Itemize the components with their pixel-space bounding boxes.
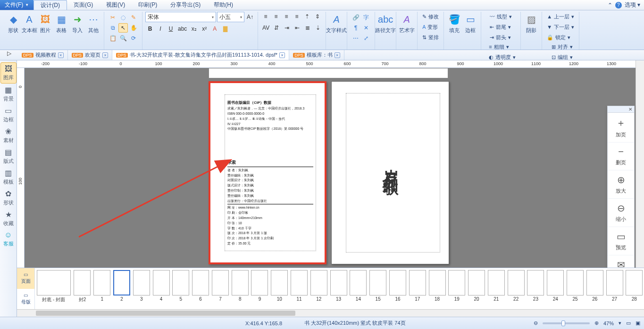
list-icon[interactable]: ≣ xyxy=(303,23,312,33)
align-justify-icon[interactable]: ≡ xyxy=(292,12,301,21)
artword-button[interactable]: A艺术字 xyxy=(399,12,414,35)
transform-button[interactable]: A 变形 xyxy=(420,22,441,32)
italic-button[interactable]: I xyxy=(156,24,165,34)
copy-icon[interactable]: ⧉ xyxy=(108,23,117,33)
indent-icon[interactable]: ⇥ xyxy=(282,23,292,33)
lineweight-button[interactable]: ≡ 粗细 ▾ xyxy=(487,42,518,51)
float-item[interactable]: ⊕放大 xyxy=(608,170,634,199)
strike-button[interactable]: abc xyxy=(176,24,188,34)
sidebar-item[interactable]: ▤版式 xyxy=(0,146,17,167)
thumb-tab-master[interactable]: ▭母版 xyxy=(17,289,34,310)
float-item[interactable]: −删页 xyxy=(608,143,634,170)
zoom-value[interactable]: 47% xyxy=(603,321,614,326)
thumbnail[interactable]: 26 xyxy=(585,270,604,307)
thumbnail[interactable]: 3 xyxy=(132,270,151,307)
valign-top-icon[interactable]: ⇡ xyxy=(302,12,312,21)
thumbnail[interactable]: 16 xyxy=(388,270,407,307)
rotate-icon[interactable]: ⟳ xyxy=(129,34,138,43)
sidebar-item[interactable]: ▦背景 xyxy=(0,84,17,104)
sidebar-item[interactable]: ▥模板 xyxy=(0,167,17,187)
thumbnail[interactable]: 21 xyxy=(487,270,506,307)
shadow-button[interactable]: ▨阴影 xyxy=(524,12,539,35)
thumbnail[interactable]: 6 xyxy=(191,270,210,307)
close-tab-icon[interactable]: × xyxy=(58,52,64,58)
sidebar-item[interactable]: 🖼图库 xyxy=(0,62,17,84)
arrowhead-button[interactable]: ⇥ 箭头 ▾ xyxy=(488,33,514,42)
tab-scroll-icon[interactable]: ▷ xyxy=(3,50,15,57)
sidebar-item[interactable]: ☺客服 xyxy=(0,229,17,249)
menu-tab-page[interactable]: 页面(G) xyxy=(67,0,100,10)
hand-icon[interactable]: ✋ xyxy=(129,23,138,33)
fill-button[interactable]: 🪣填充 xyxy=(447,12,462,35)
thumbnail[interactable]: 7 xyxy=(211,270,230,307)
vertical-button[interactable]: ⇅ 竖排 xyxy=(420,33,441,42)
menu-tab-help[interactable]: 帮助(H) xyxy=(207,0,240,10)
textbox-button[interactable]: A文本框 xyxy=(22,12,37,35)
doc-tab[interactable]: DPS欢迎页× xyxy=(68,50,113,60)
menu-tab-design[interactable]: 设计(D) xyxy=(33,0,67,10)
doc-tab[interactable]: DPS模板库：书× xyxy=(289,50,344,60)
other-button[interactable]: ⋯其他 xyxy=(86,12,101,35)
horizontal-scrollbar[interactable] xyxy=(17,309,644,317)
thumbnail[interactable]: 15 xyxy=(368,270,387,307)
close-tab-icon[interactable]: × xyxy=(335,52,340,58)
thumbnail[interactable]: 20 xyxy=(467,270,486,307)
pointer-icon[interactable]: ↖ xyxy=(118,23,128,33)
expand-icon[interactable]: ⤢ xyxy=(361,34,371,43)
fit-width-icon[interactable]: ▭ xyxy=(626,320,631,326)
thumbnail[interactable]: 28 xyxy=(625,270,644,307)
thumbnail[interactable]: 11 xyxy=(290,270,309,307)
pathtext-button[interactable]: abc路径文字 xyxy=(378,12,393,35)
thumbnail[interactable]: 4 xyxy=(152,270,171,307)
shape-button[interactable]: ◆形状 xyxy=(6,12,21,35)
align-button[interactable]: ⊞ 对齐 ▾ xyxy=(550,42,575,51)
bold-button[interactable]: B xyxy=(145,24,155,34)
linespace-icon[interactable]: ⇵ xyxy=(272,23,281,33)
image-button[interactable]: 🖼图片 xyxy=(38,12,53,35)
underline-button[interactable]: U xyxy=(166,24,176,34)
eyedrop-icon[interactable]: ✎ xyxy=(129,13,138,22)
thumbnail[interactable]: 12 xyxy=(309,270,328,307)
para-icon[interactable]: ¶ xyxy=(351,23,360,33)
menu-tab-view[interactable]: 视图(V) xyxy=(100,0,132,10)
file-menu[interactable]: 文件(F)▼ xyxy=(0,0,33,10)
thumbnail[interactable]: 2 xyxy=(112,270,131,307)
page-right[interactable]: 岁月如歌 xyxy=(331,81,449,264)
thumbnail[interactable]: 8 xyxy=(231,270,250,307)
zoom-icon[interactable]: 🔍 xyxy=(118,34,128,43)
sidebar-item[interactable]: ★收藏 xyxy=(0,208,17,229)
float-item[interactable]: ▭预览 xyxy=(608,227,634,255)
textstyle-button[interactable]: A文字样式 xyxy=(329,12,344,35)
zoom-out-icon[interactable]: ⊖ xyxy=(534,320,538,326)
chevron-icon[interactable]: ⌃ xyxy=(608,2,612,8)
thumbnail[interactable]: 13 xyxy=(329,270,348,307)
link-icon[interactable]: 🔗 xyxy=(351,13,360,22)
valign-mid-icon[interactable]: ⇕ xyxy=(313,12,322,21)
thumbnail[interactable]: 23 xyxy=(527,270,545,307)
thumb-tab-pages[interactable]: ▭页面 xyxy=(17,268,34,289)
options-button[interactable]: 选项 ▾ xyxy=(625,1,640,9)
close-tab-icon[interactable]: × xyxy=(279,52,285,58)
canvas[interactable]: 图书在版编目（CIP）数据 求索／朱刘枫著．— 北京：中国经济出版社，2018.… xyxy=(25,68,636,268)
align-center-icon[interactable]: ≡ xyxy=(271,12,281,21)
superscript-button[interactable]: x² xyxy=(200,24,209,34)
thumbnail[interactable]: 25 xyxy=(566,270,585,307)
arrowtail-button[interactable]: ⇤ 箭尾 ▾ xyxy=(488,22,514,32)
bring-forward-button[interactable]: ▲ 上一层 ▾ xyxy=(545,12,576,21)
lock-button[interactable]: 🔒 锁定 ▾ xyxy=(545,33,576,42)
font-grow-icon[interactable]: A↑ xyxy=(245,12,255,22)
thumbnail[interactable]: 1 xyxy=(92,270,111,307)
highlight-button[interactable]: ▇ xyxy=(220,24,230,34)
paste-icon[interactable]: 📋 xyxy=(108,34,117,43)
decorate-button[interactable]: ✎ 修改 xyxy=(420,12,441,21)
spacing-icon[interactable]: AV xyxy=(261,23,271,33)
doc-tab[interactable]: DPS视频教程× xyxy=(18,50,68,60)
thumbnail[interactable]: 17 xyxy=(408,270,427,307)
sidebar-item[interactable]: ▭边框 xyxy=(0,104,17,125)
align-left-icon[interactable]: ≡ xyxy=(261,12,270,21)
table-button[interactable]: ▦表格 xyxy=(54,12,69,35)
sidebar-item[interactable]: ❀素材 xyxy=(0,125,17,146)
thumbnail[interactable]: 5 xyxy=(171,270,190,307)
thumbnail[interactable]: 封底 - 封面 xyxy=(35,270,72,307)
thumbnail[interactable]: 9 xyxy=(251,270,269,307)
